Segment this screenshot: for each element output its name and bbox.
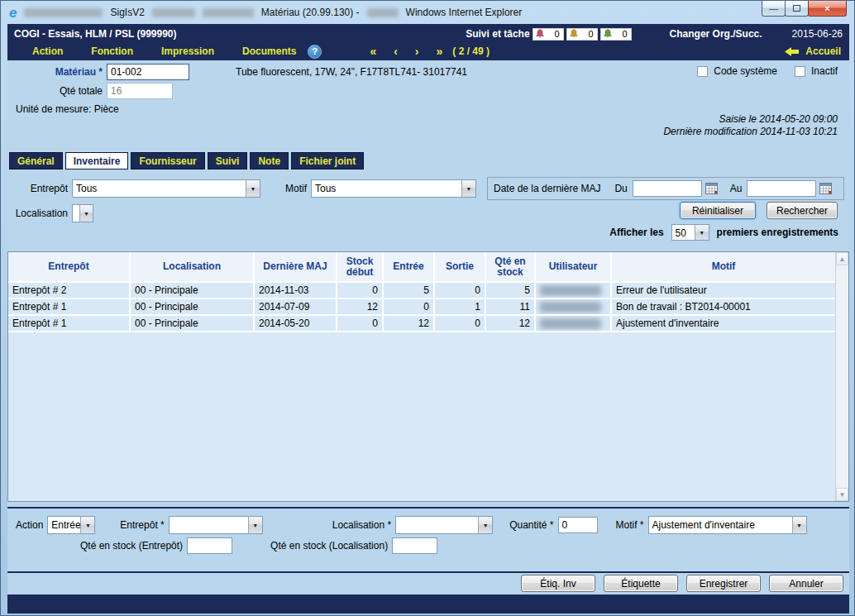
col-entree: Entrée — [384, 252, 435, 283]
close-button[interactable]: × — [808, 1, 847, 17]
minimize-button[interactable]: — — [762, 1, 786, 17]
title-bar[interactable]: e SigIsV2 Matériau (20.99.130) - Windows… — [1, 1, 854, 24]
unite-de-mesure-text: Unité de mesure: Pièce — [16, 103, 119, 115]
title-page-name: Matériau (20.99.130) - — [261, 7, 360, 18]
bottom-bar — [7, 595, 849, 614]
calendar-du-button[interactable] — [704, 180, 719, 197]
action-buttons: Étiq. Inv Étiquette Enregistrer Annuler — [521, 575, 843, 592]
org-title: COGI - Essais, HLM / PSL (999990) — [14, 28, 177, 40]
redacted-title-text — [203, 8, 254, 17]
menu-fonction[interactable]: Fonction — [91, 45, 133, 57]
title-browser-name: Windows Internet Explorer — [406, 7, 523, 18]
green-bell-counter[interactable]: 0 — [600, 28, 632, 41]
inactif-label: Inactif — [811, 65, 838, 77]
separator-line — [7, 507, 849, 509]
col-entrepot: Entrepôt — [8, 252, 131, 283]
nav-first-button[interactable]: « — [370, 45, 376, 58]
record-count-select[interactable]: 50 ▼ — [671, 224, 709, 241]
red-bell-counter[interactable]: 0 — [533, 28, 564, 41]
title-app-name: SigIsV2 — [110, 7, 144, 18]
redacted-username — [540, 285, 601, 296]
menu-action[interactable]: Action — [32, 45, 63, 57]
table-row[interactable]: Entrepôt # 1 00 - Principale 2014-07-09 … — [8, 299, 835, 316]
help-icon[interactable]: ? — [308, 45, 322, 59]
current-date: 2015-06-26 — [792, 28, 843, 40]
gold-bell-counter[interactable]: 0 — [566, 28, 598, 41]
afficher-les-label: Afficher les — [609, 227, 663, 238]
calendar-au-button[interactable] — [818, 180, 834, 197]
tab-fichier-joint[interactable]: Fichier joint — [291, 152, 364, 170]
tab-general[interactable]: Général — [9, 152, 63, 170]
change-org-link[interactable]: Changer Org./Succ. — [670, 28, 762, 40]
rechercher-button[interactable]: Rechercher — [767, 202, 838, 219]
tab-suivi[interactable]: Suivi — [208, 152, 248, 170]
tab-inventaire[interactable]: Inventaire — [65, 152, 129, 170]
home-link[interactable]: Accueil — [805, 45, 841, 57]
saisie-timestamp: Saisie le 2014-05-20 09:00 — [663, 113, 838, 126]
code-systeme-label: Code système — [714, 65, 777, 77]
filter-localisation-select[interactable]: ▼ — [72, 204, 93, 222]
entry-localisation-select[interactable]: ▼ — [395, 516, 493, 534]
qte-stock-localisation-input[interactable] — [392, 537, 437, 554]
green-bell-count: 0 — [622, 29, 627, 39]
nav-next-button[interactable]: › — [415, 45, 419, 58]
quantite-label: Quantité * — [509, 519, 553, 531]
gold-bell-count: 0 — [588, 29, 593, 39]
col-sortie: Sortie — [435, 252, 486, 283]
reinitialiser-button[interactable]: Réinitialiser — [680, 202, 756, 219]
inactif-checkbox[interactable] — [795, 66, 805, 77]
chevron-down-icon: ▼ — [246, 180, 260, 197]
entry-motif-select[interactable]: Ajustement d'inventaire ▼ — [648, 516, 807, 534]
code-systeme-checkbox[interactable] — [697, 66, 708, 77]
scroll-up-icon[interactable]: ▲ — [836, 252, 848, 265]
au-label: Au — [730, 183, 743, 194]
chevron-down-icon: ▼ — [79, 205, 93, 222]
col-utilisateur: Utilisateur — [536, 252, 612, 283]
qte-stock-entrepot-label: Qté en stock (Entrepôt) — [80, 540, 183, 552]
filter-entrepot-select[interactable]: Tous ▼ — [72, 179, 260, 198]
date-maj-group: Date de la dernière MAJ Du Au — [487, 177, 844, 200]
col-qte-en-stock: Qté en stock — [486, 252, 536, 283]
app-header: COGI - Essais, HLM / PSL (999990) Suivi … — [7, 24, 849, 60]
chevron-down-icon: ▼ — [478, 517, 492, 533]
chevron-down-icon: ▼ — [695, 225, 709, 240]
nav-previous-button[interactable]: ‹ — [394, 45, 398, 58]
filter-localisation-label: Localisation — [7, 208, 72, 219]
entry-entrepot-select[interactable]: ▼ — [169, 516, 263, 534]
browser-window: e SigIsV2 Matériau (20.99.130) - Windows… — [0, 0, 855, 616]
etiquette-button[interactable]: Étiquette — [604, 575, 678, 592]
red-bell-count: 0 — [554, 29, 559, 39]
etiq-inv-button[interactable]: Étiq. Inv — [521, 575, 595, 592]
col-motif: Motif — [612, 252, 835, 283]
record-timestamps: Saisie le 2014-05-20 09:00 Dernière modi… — [663, 113, 838, 138]
materiau-input[interactable] — [107, 64, 189, 80]
restore-button[interactable] — [785, 1, 809, 17]
calendar-icon — [819, 183, 832, 194]
materiau-description: Tube fluorescent, 17W, 24", F17T8TL741- … — [236, 66, 467, 78]
table-row[interactable]: Entrepôt # 1 00 - Principale 2014-05-20 … — [8, 316, 835, 332]
date-du-input[interactable] — [633, 180, 702, 197]
menu-impression[interactable]: Impression — [161, 45, 214, 57]
scroll-down-icon[interactable]: ▼ — [836, 488, 848, 501]
inventory-table: Entrepôt Localisation Dernière MAJ Stock… — [7, 251, 849, 502]
annuler-button[interactable]: Annuler — [769, 575, 843, 592]
tab-note[interactable]: Note — [250, 152, 289, 170]
enregistrer-button[interactable]: Enregistrer — [686, 575, 761, 592]
filter-motif-select[interactable]: Tous ▼ — [311, 179, 476, 198]
menu-documents[interactable]: Documents — [242, 45, 296, 57]
table-scrollbar[interactable]: ▲ ▼ — [835, 252, 848, 501]
tab-fournisseur[interactable]: Fournisseur — [131, 152, 204, 170]
table-row[interactable]: Entrepôt # 2 00 - Principale 2014-11-03 … — [8, 283, 835, 299]
du-label: Du — [614, 183, 627, 194]
action-select[interactable]: Entrée ▼ — [47, 516, 95, 534]
quantite-input[interactable] — [558, 517, 598, 533]
date-au-input[interactable] — [747, 180, 816, 197]
back-arrow-icon[interactable] — [785, 47, 799, 56]
action-label: Action — [16, 519, 43, 531]
premiers-enregistrements-label: premiers enregistrements — [717, 227, 838, 238]
chevron-down-icon: ▼ — [461, 180, 475, 197]
nav-last-button[interactable]: » — [437, 45, 443, 58]
window-controls: — × — [762, 1, 847, 17]
qte-totale-input — [107, 83, 173, 99]
qte-stock-entrepot-input[interactable] — [187, 537, 232, 554]
